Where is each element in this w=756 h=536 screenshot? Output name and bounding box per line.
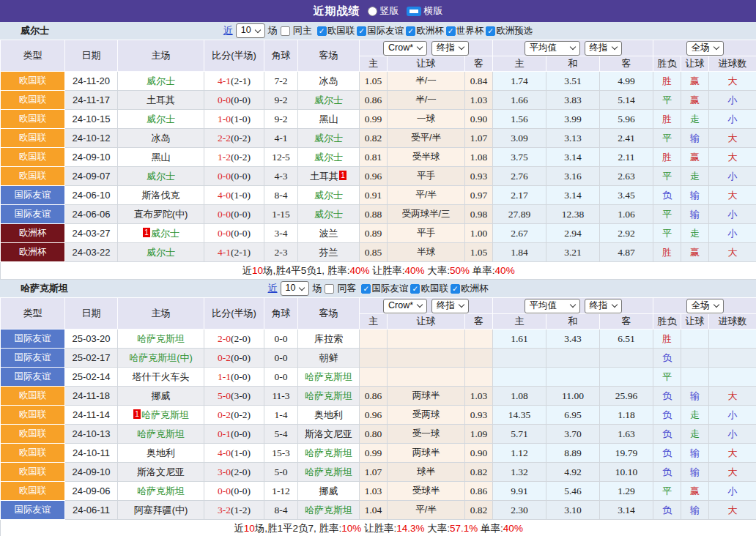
- layout-radio-horizontal[interactable]: 横版: [407, 4, 443, 18]
- team-name-text: 威尔士: [314, 209, 343, 220]
- crow-handicap: 平/半: [388, 186, 465, 205]
- col-result-wdl: 胜负: [653, 56, 681, 72]
- league-badge: 国际友谊: [1, 501, 65, 520]
- match-score: 0-2(0-0): [204, 349, 264, 368]
- avg-away-odds: [600, 349, 653, 368]
- odds-time-select[interactable]: 终指: [431, 299, 469, 313]
- chevron-down-icon: [459, 302, 464, 308]
- league-checkbox[interactable]: ✓: [486, 26, 495, 36]
- col-away: 客场: [298, 40, 360, 72]
- league-label: 欧洲杯: [461, 283, 489, 295]
- match-date: 24-11-18: [65, 387, 118, 406]
- bookmaker-select[interactable]: Crow*: [383, 299, 427, 313]
- crow-home-odds: 0.81: [360, 148, 388, 167]
- fulltime-score: 0-0: [218, 209, 231, 220]
- halftime-score: (1-0): [231, 190, 251, 201]
- avg-time-select[interactable]: 终指: [585, 41, 622, 56]
- match-row: 欧国联24-10-13哈萨克斯坦0-1(0-0)5-4斯洛文尼亚0.80受一球1…: [1, 425, 756, 444]
- fulltime-score: 0-2: [218, 352, 231, 363]
- fullmatch-select[interactable]: 全场: [686, 299, 724, 313]
- crow-away-odds: 0.84: [465, 72, 493, 91]
- league-checkbox[interactable]: ✓: [446, 26, 456, 36]
- avg-draw-odds: 3.70: [546, 425, 600, 444]
- match-row: 欧洲杯24-03-271威尔士0-0(0-0)3-4波兰0.89平手1.002.…: [1, 224, 756, 243]
- avg-away-odds: 5.14: [600, 91, 653, 110]
- team-name-text: 哈萨克斯坦: [137, 333, 185, 344]
- team-name-text: 威尔士: [314, 133, 343, 144]
- avg-home-odds: 1.32: [493, 463, 546, 482]
- league-checkbox[interactable]: ✓: [357, 26, 366, 36]
- match-date: 24-11-14: [65, 406, 118, 425]
- crow-away-odds: 0.97: [465, 186, 493, 205]
- radio-vertical-icon[interactable]: [368, 7, 377, 16]
- avg-away-odds: 25.96: [600, 387, 653, 406]
- odds-time-select[interactable]: 终指: [431, 41, 469, 56]
- avg-away-odds: 10.10: [600, 463, 653, 482]
- league-badge: 国际友谊: [1, 205, 65, 224]
- same-venue-checkbox[interactable]: [281, 26, 290, 36]
- avg-select[interactable]: 平均值: [525, 41, 580, 56]
- league-filter: ✓国际友谊: [361, 283, 408, 295]
- corner-score: 12-5: [264, 148, 298, 167]
- match-score: 4-0(1-0): [204, 444, 264, 463]
- league-badge: 欧国联: [1, 148, 65, 167]
- layout-radio-vertical[interactable]: 竖版: [368, 4, 399, 18]
- result-goals: 大: [709, 444, 756, 463]
- result-goals: [709, 349, 756, 368]
- avg-home-odds: 14.35: [493, 406, 546, 425]
- col-avg-away: 客: [600, 56, 653, 72]
- result-wdl: 平: [653, 368, 681, 387]
- corner-score: 9-2: [264, 110, 298, 129]
- away-team: 土耳其1: [298, 167, 360, 186]
- fulltime-score: 1-1: [218, 371, 231, 382]
- match-score: 0-0(0-0): [204, 167, 264, 186]
- avg-draw-odds: 3.14: [546, 148, 600, 167]
- same-venue-checkbox[interactable]: [325, 284, 334, 294]
- avg-select[interactable]: 平均值: [525, 299, 580, 313]
- home-team: 直布罗陀(中): [118, 205, 204, 224]
- near-link[interactable]: 近: [223, 24, 233, 37]
- league-checkbox[interactable]: ✓: [410, 284, 420, 294]
- crow-home-odds: 0.96: [360, 167, 388, 186]
- crow-away-odds: 1.05: [465, 243, 493, 262]
- match-date: 24-03-22: [65, 243, 118, 262]
- fullmatch-select[interactable]: 全场: [686, 41, 724, 56]
- match-count-select[interactable]: 10: [281, 281, 310, 296]
- bookmaker-select[interactable]: Crow*: [383, 41, 427, 56]
- match-count-select[interactable]: 10: [236, 23, 265, 38]
- avg-draw-odds: [546, 368, 600, 387]
- team-name-text: 土耳其: [310, 171, 338, 182]
- away-team: 哈萨克斯坦: [298, 387, 360, 406]
- col-date: 日期: [65, 40, 118, 72]
- crow-handicap: 半/一: [388, 91, 465, 110]
- league-checkbox[interactable]: ✓: [451, 284, 460, 294]
- avg-draw-odds: 3.14: [546, 186, 600, 205]
- match-score: 3-0(2-0): [204, 463, 264, 482]
- result-goals: [709, 330, 756, 349]
- league-checkbox[interactable]: ✓: [361, 284, 371, 294]
- summary-segment: 50%: [450, 265, 470, 276]
- halftime-score: (0-0): [231, 485, 251, 496]
- league-checkbox[interactable]: ✓: [317, 26, 327, 36]
- avg-time-select[interactable]: 终指: [585, 299, 622, 313]
- summary-segment: 57.1%: [450, 523, 478, 534]
- league-checkbox[interactable]: ✓: [406, 26, 415, 36]
- crow-away-odds: 0.86: [465, 482, 493, 501]
- crow-group-header: Crow* 终指: [360, 298, 493, 314]
- away-team: 威尔士: [298, 91, 360, 110]
- chevron-down-icon: [611, 302, 617, 308]
- avg-away-odds: 4.87: [600, 243, 653, 262]
- halftime-score: (0-0): [231, 171, 251, 182]
- avg-home-odds: [493, 368, 546, 387]
- col-corner: 角球: [264, 298, 298, 330]
- avg-select-value: 平均值: [530, 300, 557, 311]
- avg-away-odds: 19.79: [600, 444, 653, 463]
- summary-segment: 40%: [495, 265, 515, 276]
- summary-segment: 近: [242, 265, 252, 276]
- near-link[interactable]: 近: [268, 282, 278, 295]
- fulltime-score: 2-2: [218, 133, 231, 144]
- league-badge: 欧国联: [1, 406, 65, 425]
- match-score: 0-0(0-0): [204, 224, 264, 243]
- crow-home-odds: 0.86: [360, 91, 388, 110]
- radio-horizontal-icon[interactable]: [407, 7, 421, 16]
